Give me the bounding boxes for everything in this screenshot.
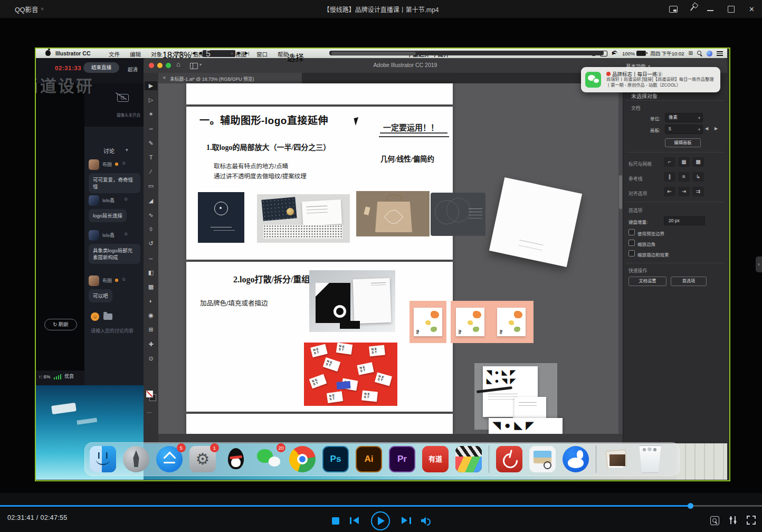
prev-artboard-icon[interactable]: ◀ xyxy=(705,126,708,131)
discussion-input[interactable]: 请输入您的讨论内容 xyxy=(91,327,134,334)
mini-mode-icon[interactable] xyxy=(669,6,678,13)
toolbar-more-icon[interactable]: ⋯ xyxy=(147,410,152,415)
eyedropper-tool-icon[interactable]: ◉ xyxy=(145,311,157,320)
artboard-navigator[interactable]: 5 ˅ xyxy=(203,50,235,57)
snap-glyph-icon[interactable]: ⇉ xyxy=(692,187,704,196)
scale-strokes-checkbox[interactable] xyxy=(628,250,635,256)
wechat-notification[interactable]: 品牌标志丨每日一练② 尚瑞轩丨尚道设研:[链接]【尚道设研】每日一练作品整理丨第… xyxy=(581,67,720,92)
stream-quality-label[interactable]: 超清 xyxy=(128,65,138,73)
menu-edit[interactable]: 编辑 xyxy=(130,50,141,58)
finder-dock-icon[interactable] xyxy=(90,446,116,472)
video-frame[interactable]: Illustrator CC 文件 编辑 对象 文字 选择 效果 视图 窗口 帮… xyxy=(35,48,730,481)
photoshop-dock-icon[interactable]: Ps xyxy=(322,446,349,472)
magic-wand-tool-icon[interactable]: ✶ xyxy=(145,110,157,119)
show-guides-icon[interactable]: ∥ xyxy=(664,172,675,182)
fill-swatch[interactable] xyxy=(146,391,153,397)
pixel-grid-icon[interactable]: ▩ xyxy=(692,157,704,167)
refresh-button[interactable]: ↻ 刷新 xyxy=(44,319,77,330)
system-preferences-dock-icon[interactable]: ⚙1 xyxy=(189,446,216,472)
chevron-down-icon[interactable]: ˅ xyxy=(182,51,184,55)
pencil-tool-icon[interactable]: ∿ xyxy=(145,211,157,220)
siri-icon[interactable] xyxy=(707,51,712,56)
battery-indicator[interactable]: 100% xyxy=(622,51,646,56)
menu-file[interactable]: 文件 xyxy=(109,50,120,58)
document-tab-label[interactable]: 未标题-1.ai* @ 18.73% (RGB/GPU 预览) xyxy=(170,75,254,82)
ruler-icon[interactable]: ⌐ xyxy=(664,157,675,167)
make-guides-icon[interactable]: ↳ xyxy=(692,172,704,182)
chevron-down-icon[interactable]: ▾ xyxy=(126,147,128,153)
type-tool-icon[interactable]: T xyxy=(145,153,157,162)
emoji-picker-icon[interactable]: ☺ xyxy=(91,312,99,321)
close-icon[interactable]: ✕ xyxy=(749,6,755,13)
blend-tool-icon[interactable]: ✚ xyxy=(145,340,157,349)
zoom-traffic-light[interactable] xyxy=(166,63,171,68)
line-tool-icon[interactable]: ∕ xyxy=(145,167,157,176)
grid-icon[interactable]: ▦ xyxy=(678,157,690,167)
app-menu-button[interactable]: QQ影音 ˅ xyxy=(15,4,44,14)
keyboard-increment-field[interactable]: 20 px xyxy=(664,216,705,225)
xiaoetong-dock-icon[interactable] xyxy=(563,446,589,472)
illustrator-dock-icon[interactable]: Ai xyxy=(356,446,382,472)
premiere-dock-icon[interactable]: Pr xyxy=(389,446,415,472)
scale-corners-checkbox[interactable] xyxy=(628,240,635,246)
apple-logo-icon[interactable] xyxy=(45,50,51,56)
trash-dock-icon[interactable] xyxy=(636,445,664,473)
menubar-app-name[interactable]: Illustrator CC xyxy=(55,50,91,56)
files-dock-icon[interactable] xyxy=(603,446,630,472)
progress-bar[interactable] xyxy=(0,505,762,507)
mesh-tool-icon[interactable]: ▩ xyxy=(145,282,157,291)
gradient-tool-icon[interactable]: ◐ xyxy=(145,297,157,306)
chrome-dock-icon[interactable] xyxy=(289,446,316,472)
layout-grid-icon[interactable] xyxy=(190,63,198,69)
snap-point-icon[interactable]: ⇤ xyxy=(664,187,675,196)
lasso-tool-icon[interactable]: ∽ xyxy=(145,125,157,134)
pin-icon[interactable] xyxy=(690,6,694,11)
direct-selection-tool-icon[interactable]: ▷ xyxy=(145,96,157,104)
shape-builder-tool-icon[interactable]: ◧ xyxy=(145,268,157,277)
folder-icon[interactable] xyxy=(103,314,112,320)
notification-center-icon[interactable] xyxy=(717,51,723,56)
screen-recognition-icon[interactable] xyxy=(710,516,719,525)
first-artboard-icon[interactable]: |◀ xyxy=(191,51,195,55)
edit-artboards-button[interactable]: 编辑画板 xyxy=(665,138,701,147)
snap-grid-icon[interactable]: ⇥ xyxy=(678,187,690,196)
minimize-traffic-light[interactable] xyxy=(157,63,163,68)
next-artboard-icon[interactable]: ▶ xyxy=(237,51,241,55)
playlist-toggle[interactable]: ‹ xyxy=(756,256,762,272)
lock-guides-icon[interactable]: ≡ xyxy=(678,172,690,182)
wechat-dock-icon[interactable]: 20 xyxy=(256,446,282,472)
settings-sliders-icon[interactable] xyxy=(729,516,737,524)
stop-button[interactable] xyxy=(332,517,339,525)
rotate-tool-icon[interactable]: ↺ xyxy=(145,239,157,248)
scroll-right-icon[interactable]: ▶ xyxy=(612,51,615,55)
eraser-tool-icon[interactable]: ◊ xyxy=(145,225,157,234)
preferences-button[interactable]: 首选项 xyxy=(671,277,707,286)
prev-artboard-icon[interactable]: ◀ xyxy=(198,51,202,55)
app-store-dock-icon[interactable]: 5 xyxy=(156,446,183,472)
scrollbar-thumb[interactable] xyxy=(619,175,622,209)
artboard-tool-icon[interactable]: ⊞ xyxy=(145,325,157,334)
canvas-vertical-scrollbar[interactable] xyxy=(618,83,623,434)
artboard-select[interactable]: 5 ▾ xyxy=(665,125,703,134)
launchpad-dock-icon[interactable] xyxy=(123,446,149,472)
fullscreen-icon[interactable] xyxy=(747,516,756,525)
next-button[interactable] xyxy=(402,517,411,525)
final-cut-dock-icon[interactable] xyxy=(455,446,482,472)
youdao-dock-icon[interactable]: 有道 xyxy=(422,446,449,472)
scale-tool-icon[interactable]: ↔ xyxy=(145,253,157,262)
close-tab-icon[interactable]: ✕ xyxy=(163,75,166,80)
end-stream-button[interactable]: 结束直播 xyxy=(83,62,119,73)
volume-button[interactable] xyxy=(421,517,432,525)
input-grid-icon[interactable]: ⊞ xyxy=(689,51,693,56)
home-icon[interactable]: ⌂ xyxy=(176,60,180,68)
preview-dock-icon[interactable] xyxy=(529,446,556,472)
previous-button[interactable] xyxy=(350,517,359,525)
menu-object[interactable]: 对象 xyxy=(151,50,162,58)
shaper-tool-icon[interactable]: ◢ xyxy=(145,196,157,205)
netease-music-dock-icon[interactable] xyxy=(496,446,522,472)
unit-select[interactable]: 像素 ▾ xyxy=(665,113,703,122)
qq-dock-icon[interactable] xyxy=(223,446,249,472)
maximize-icon[interactable] xyxy=(728,6,735,13)
last-artboard-icon[interactable]: ▶| xyxy=(245,51,249,55)
zoom-level[interactable]: 18.73% xyxy=(163,51,191,60)
